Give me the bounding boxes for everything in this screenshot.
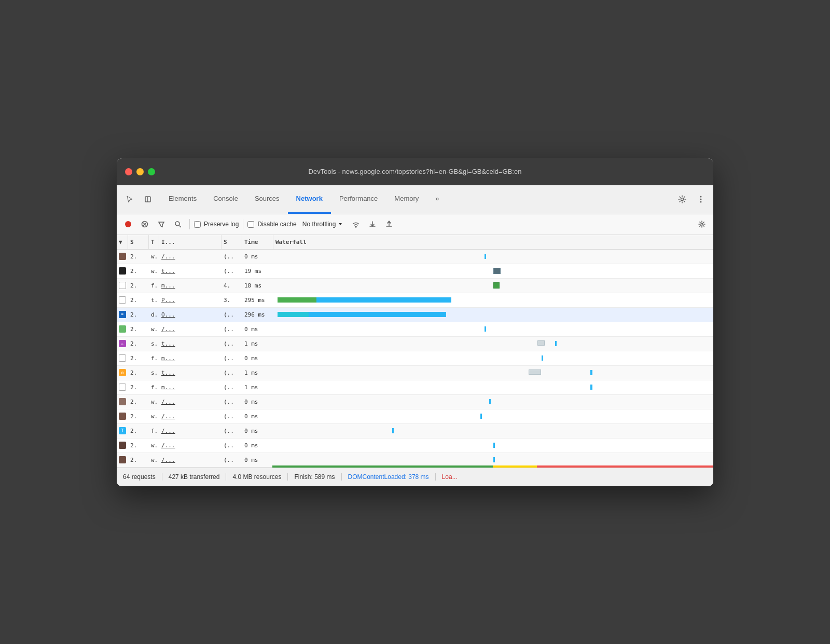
svg-point-12 [701, 223, 703, 225]
close-button[interactable] [125, 168, 132, 175]
table-row[interactable]: ⚙ 2. s. t... (.. 1 ms [117, 366, 713, 380]
svg-point-10 [175, 222, 179, 226]
waterfall-cell [273, 423, 713, 438]
filter-icon[interactable] [154, 217, 169, 231]
resource-icon [119, 296, 126, 304]
tab-performance[interactable]: Performance [331, 185, 386, 214]
export-har-icon[interactable] [382, 217, 396, 231]
disable-cache-checkbox[interactable]: Disable cache [247, 221, 296, 228]
cursor-icon[interactable] [121, 191, 137, 208]
toolbar-separator-1 [189, 219, 190, 229]
traffic-lights [125, 168, 155, 175]
col-header-type[interactable]: T [149, 235, 159, 249]
devtools-window: DevTools - news.google.com/topstories?hl… [117, 158, 713, 486]
resource-icon [119, 354, 126, 362]
table-row[interactable]: 2. w. /... (.. 0 ms [117, 439, 713, 453]
toolbar-separator-2 [243, 219, 243, 229]
network-settings-icon[interactable] [695, 217, 709, 231]
record-button[interactable] [121, 217, 135, 231]
resource-icon [119, 413, 126, 420]
svg-point-5 [700, 201, 702, 203]
waterfall-cell [273, 365, 713, 380]
waterfall-cell [273, 351, 713, 365]
resource-icon: ≡ [119, 311, 126, 318]
preserve-log-checkbox[interactable]: Preserve log [194, 221, 239, 228]
col-header-size[interactable]: S [222, 235, 242, 249]
import-har-icon[interactable] [365, 217, 380, 231]
svg-point-4 [700, 199, 702, 200]
window-title: DevTools - news.google.com/topstories?hl… [309, 168, 522, 175]
resource-icon [119, 383, 126, 391]
col-header-time[interactable]: Time [242, 235, 273, 249]
minimize-button[interactable] [136, 168, 144, 175]
network-conditions-icon[interactable] [349, 217, 363, 231]
table-row[interactable]: ✏ 2. s. t... (.. 1 ms [117, 337, 713, 351]
table-row[interactable]: 2. w. /... (.. 0 ms [117, 395, 713, 409]
more-icon[interactable] [693, 191, 709, 208]
search-icon[interactable] [171, 217, 185, 231]
devtools-body: Elements Console Sources Network Perform… [117, 185, 713, 486]
transferred: 427 kB transferred [162, 473, 227, 481]
waterfall-cell [273, 307, 713, 322]
resource-icon: ✏ [119, 340, 126, 347]
resources: 4.0 MB resources [226, 473, 288, 481]
col-header-icon: ▼ [117, 235, 128, 249]
settings-icon[interactable] [674, 191, 690, 208]
network-toolbar: Preserve log Disable cache No throttling [117, 214, 713, 235]
col-header-status[interactable]: S [128, 235, 149, 249]
resource-icon [119, 267, 126, 275]
clear-button[interactable] [137, 217, 152, 231]
waterfall-cell [273, 409, 713, 423]
status-bar: 64 requests 427 kB transferred 4.0 MB re… [117, 468, 713, 486]
tab-more[interactable]: » [427, 185, 447, 214]
row-icon-cell [117, 250, 128, 264]
inspect-icon[interactable] [140, 191, 156, 208]
table-row[interactable]: 2. f. m... (.. 0 ms [117, 351, 713, 366]
svg-point-2 [681, 198, 684, 201]
requests-count: 64 requests [123, 473, 162, 481]
table-row[interactable]: 2. w. /... (.. 0 ms [117, 322, 713, 337]
table-row[interactable]: T 2. f. /... (.. 0 ms [117, 424, 713, 439]
tab-bar: Elements Console Sources Network Perform… [117, 185, 713, 214]
maximize-button[interactable] [148, 168, 155, 175]
waterfall-cell [273, 438, 713, 453]
resource-icon: T [119, 427, 126, 434]
tabs: Elements Console Sources Network Perform… [160, 185, 670, 214]
table-body: 2. w. /... (.. 0 ms 2. w. t... [117, 250, 713, 468]
tab-network[interactable]: Network [288, 185, 331, 214]
waterfall-footer-bar [272, 465, 713, 468]
svg-point-3 [700, 196, 702, 198]
table-row[interactable]: ≡ 2. d. O... (.. 296 ms [117, 308, 713, 322]
disable-cache-input[interactable] [247, 221, 254, 228]
resource-icon [119, 253, 126, 260]
table-row[interactable]: 2. w. t... (.. 19 ms [117, 264, 713, 279]
svg-rect-0 [145, 197, 150, 202]
table-row[interactable]: 2. w. /... (.. 0 ms [117, 250, 713, 264]
tab-sources[interactable]: Sources [246, 185, 288, 214]
resource-icon [119, 456, 126, 463]
table-row[interactable]: 2. f. m... 4. 18 ms [117, 279, 713, 293]
tab-bar-right [674, 191, 709, 208]
finish-time: Finish: 589 ms [288, 473, 341, 481]
waterfall-cell [273, 322, 713, 336]
waterfall-cell [273, 394, 713, 409]
tab-memory[interactable]: Memory [386, 185, 427, 214]
resource-icon: ⚙ [119, 369, 126, 376]
table-row[interactable]: 2. w. /... (.. 0 ms [117, 409, 713, 424]
resource-icon [119, 442, 126, 449]
load-event: Loa... [436, 473, 464, 481]
table-row[interactable]: 2. f. m... (.. 1 ms [117, 380, 713, 395]
svg-point-6 [125, 221, 131, 227]
chevron-down-icon [338, 222, 343, 227]
throttle-select[interactable]: No throttling [299, 219, 347, 229]
col-header-waterfall[interactable]: Waterfall [273, 235, 713, 249]
tab-bar-icons [121, 191, 156, 208]
tab-console[interactable]: Console [205, 185, 246, 214]
col-header-name[interactable]: I... [159, 235, 222, 249]
waterfall-cell [273, 278, 713, 293]
resource-icon [119, 398, 126, 405]
tab-elements[interactable]: Elements [160, 185, 205, 214]
table-row[interactable]: 2. t. P... 3. 295 ms [117, 293, 713, 308]
preserve-log-input[interactable] [194, 221, 201, 228]
resource-icon [119, 282, 126, 289]
